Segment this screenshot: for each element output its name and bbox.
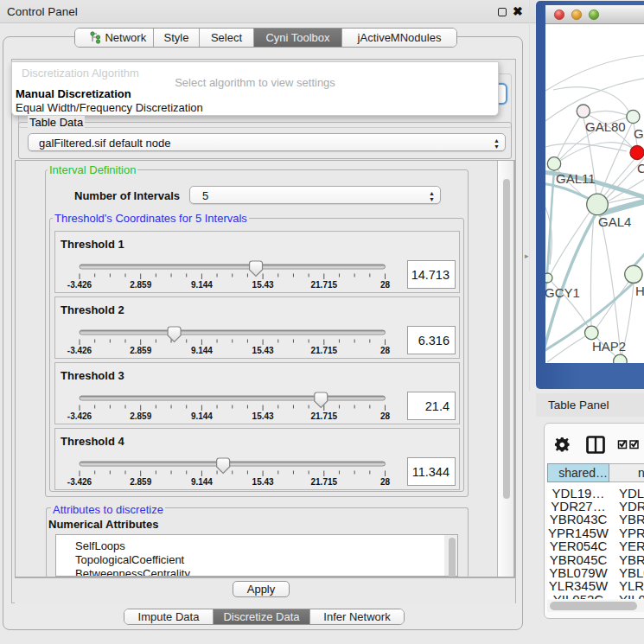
svg-text:15.43: 15.43 — [252, 411, 274, 421]
svg-text:H: H — [635, 284, 644, 298]
svg-text:GA: GA — [634, 126, 644, 141]
svg-text:9.144: 9.144 — [191, 280, 213, 290]
svg-text:9.144: 9.144 — [191, 411, 213, 421]
svg-text:GAL4: GAL4 — [598, 214, 631, 229]
svg-text:28: 28 — [380, 280, 391, 290]
svg-text:15.43: 15.43 — [252, 280, 274, 290]
svg-text:9.144: 9.144 — [191, 346, 213, 355]
svg-text:GAL11: GAL11 — [556, 171, 596, 186]
svg-text:15.43: 15.43 — [252, 346, 274, 355]
svg-text:21.715: 21.715 — [311, 346, 338, 355]
svg-text:21.715: 21.715 — [311, 411, 338, 421]
svg-text:GCY1: GCY1 — [545, 285, 580, 300]
svg-text:-3.426: -3.426 — [67, 411, 92, 421]
svg-text:HAP2: HAP2 — [592, 339, 626, 354]
svg-text:GAL80: GAL80 — [585, 119, 626, 134]
svg-text:28: 28 — [380, 477, 391, 487]
svg-text:-3.426: -3.426 — [67, 477, 92, 487]
svg-text:28: 28 — [380, 346, 391, 355]
svg-text:2.859: 2.859 — [130, 477, 151, 487]
svg-text:C: C — [637, 161, 644, 175]
svg-text:2.859: 2.859 — [130, 280, 151, 290]
svg-text:2.859: 2.859 — [130, 346, 151, 355]
svg-text:2.859: 2.859 — [130, 411, 151, 421]
svg-text:21.715: 21.715 — [311, 280, 338, 290]
svg-text:28: 28 — [380, 411, 391, 421]
svg-text:21.715: 21.715 — [311, 477, 338, 487]
svg-text:-3.426: -3.426 — [67, 280, 92, 290]
svg-text:9.144: 9.144 — [191, 477, 213, 487]
svg-text:15.43: 15.43 — [252, 477, 274, 487]
svg-text:-3.426: -3.426 — [67, 346, 92, 355]
